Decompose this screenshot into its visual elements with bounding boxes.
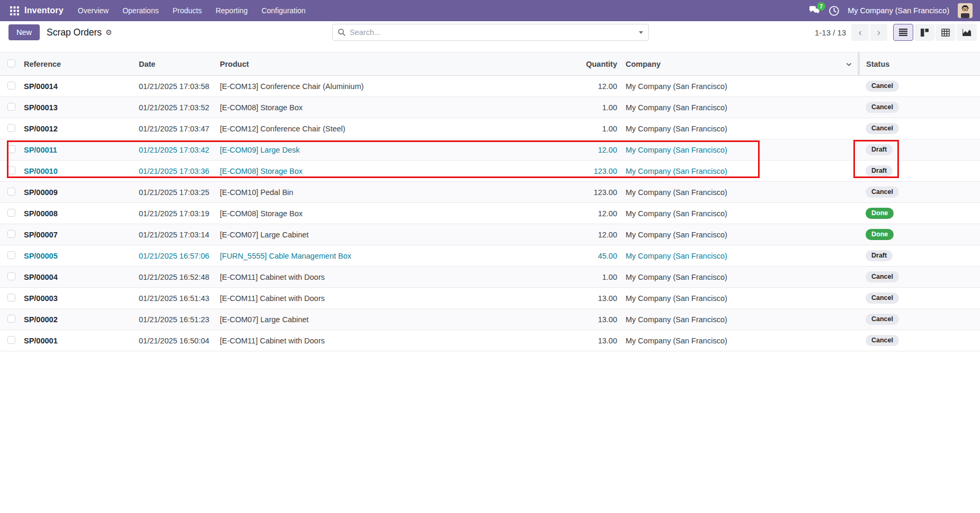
table-row[interactable]: SP/00013 01/21/2025 17:03:52 [E-COM08] S… (0, 97, 980, 118)
cell-product: [E-COM08] Storage Box (220, 103, 538, 112)
table-row[interactable]: SP/00012 01/21/2025 17:03:47 [E-COM12] C… (0, 118, 980, 139)
status-badge: Done (866, 208, 894, 219)
cell-product: [E-COM11] Cabinet with Doors (220, 294, 538, 303)
row-checkbox[interactable] (7, 251, 15, 259)
table-row[interactable]: SP/00007 01/21/2025 17:03:14 [E-COM07] L… (0, 224, 980, 245)
header-status[interactable]: Status (854, 60, 980, 68)
table-row[interactable]: SP/00014 01/21/2025 17:03:58 [E-COM13] C… (0, 76, 980, 97)
row-checkbox[interactable] (7, 272, 15, 280)
cell-product: [E-COM07] Large Cabinet (220, 315, 538, 324)
select-all-checkbox[interactable] (7, 59, 15, 67)
row-checkbox[interactable] (7, 166, 15, 174)
app-name[interactable]: Inventory (24, 6, 64, 15)
row-checkbox[interactable] (7, 209, 15, 217)
cell-reference: SP/00014 (24, 82, 139, 91)
cell-company: My Company (San Francisco) (621, 103, 854, 112)
cell-date: 01/21/2025 17:03:36 (139, 167, 220, 175)
search-bar[interactable] (332, 24, 649, 41)
row-checkbox[interactable] (7, 336, 15, 344)
table-row[interactable]: SP/00005 01/21/2025 16:57:06 [FURN_5555]… (0, 245, 980, 267)
cell-quantity: 1.00 (538, 125, 621, 133)
cell-date: 01/21/2025 16:57:06 (139, 252, 220, 260)
table-row[interactable]: SP/00011 01/21/2025 17:03:42 [E-COM09] L… (0, 139, 980, 161)
new-button[interactable]: New (8, 24, 40, 40)
cell-product: [E-COM11] Cabinet with Doors (220, 273, 538, 281)
nav-menu-overview[interactable]: Overview (71, 0, 115, 21)
cell-reference: SP/00010 (24, 167, 139, 175)
cell-company: My Company (San Francisco) (621, 146, 854, 154)
messages-button[interactable]: 7 (809, 6, 821, 15)
company-switcher[interactable]: My Company (San Francisco) (848, 6, 949, 15)
table-row[interactable]: SP/00001 01/21/2025 16:50:04 [E-COM11] C… (0, 330, 980, 351)
cell-reference: SP/00005 (24, 252, 139, 260)
cog-menu-icon[interactable]: ⚙ (105, 28, 112, 37)
table-row[interactable]: SP/00010 01/21/2025 17:03:36 [E-COM08] S… (0, 161, 980, 182)
nav-menu-products[interactable]: Products (166, 0, 209, 21)
cell-date: 01/21/2025 16:52:48 (139, 273, 220, 281)
table-row[interactable]: SP/00002 01/21/2025 16:51:23 [E-COM07] L… (0, 309, 980, 330)
cell-reference: SP/00007 (24, 231, 139, 239)
view-switcher (893, 24, 977, 41)
pager: 1-13 / 13 ‹ › (815, 24, 887, 41)
row-checkbox[interactable] (7, 82, 15, 90)
cell-date: 01/21/2025 17:03:19 (139, 209, 220, 218)
cell-company: My Company (San Francisco) (621, 337, 854, 345)
cell-quantity: 12.00 (538, 82, 621, 91)
header-product[interactable]: Product (220, 60, 538, 68)
cell-reference: SP/00002 (24, 315, 139, 324)
row-checkbox[interactable] (7, 124, 15, 132)
pivot-view-button[interactable] (936, 24, 956, 41)
search-input[interactable] (350, 28, 639, 37)
status-badge: Done (866, 229, 894, 241)
cell-company: My Company (San Francisco) (621, 231, 854, 239)
nav-menus: OverviewOperationsProductsReportingConfi… (71, 0, 313, 21)
row-checkbox[interactable] (7, 188, 15, 196)
activities-clock-icon[interactable] (829, 6, 839, 16)
header-date[interactable]: Date (139, 60, 220, 68)
cell-quantity: 1.00 (538, 273, 621, 281)
graph-view-button[interactable] (957, 24, 977, 41)
cell-reference: SP/00001 (24, 337, 139, 345)
pager-previous-button[interactable]: ‹ (851, 24, 869, 41)
cell-product: [E-COM12] Conference Chair (Steel) (220, 125, 538, 133)
cell-reference: SP/00004 (24, 273, 139, 281)
status-badge: Cancel (866, 293, 899, 304)
cell-quantity: 1.00 (538, 103, 621, 112)
nav-menu-configuration[interactable]: Configuration (255, 0, 313, 21)
status-badge: Draft (866, 165, 893, 177)
table-body: SP/00014 01/21/2025 17:03:58 [E-COM13] C… (0, 76, 980, 351)
cell-quantity: 12.00 (538, 209, 621, 218)
cell-date: 01/21/2025 17:03:58 (139, 82, 220, 91)
table-row[interactable]: SP/00008 01/21/2025 17:03:19 [E-COM08] S… (0, 203, 980, 224)
list-view-button[interactable] (893, 24, 913, 41)
cell-date: 01/21/2025 16:51:23 (139, 315, 220, 324)
chevron-down-icon[interactable] (845, 61, 852, 68)
header-reference[interactable]: Reference (24, 60, 139, 68)
row-checkbox[interactable] (7, 294, 15, 302)
apps-grid-icon[interactable] (5, 0, 23, 21)
row-checkbox[interactable] (7, 103, 15, 111)
status-badge: Cancel (866, 187, 899, 198)
table-row[interactable]: SP/00003 01/21/2025 16:51:43 [E-COM11] C… (0, 288, 980, 309)
status-badge: Cancel (866, 314, 899, 325)
kanban-view-button[interactable] (914, 24, 934, 41)
nav-menu-reporting[interactable]: Reporting (209, 0, 255, 21)
header-company[interactable]: Company (621, 60, 854, 68)
user-avatar[interactable] (958, 3, 973, 18)
list-view-icon (899, 29, 907, 36)
search-dropdown-toggle[interactable] (639, 31, 643, 34)
table-row[interactable]: SP/00009 01/21/2025 17:03:25 [E-COM10] P… (0, 182, 980, 203)
table-row[interactable]: SP/00004 01/21/2025 16:52:48 [E-COM11] C… (0, 267, 980, 288)
cell-quantity: 12.00 (538, 231, 621, 239)
pager-next-button[interactable]: › (870, 24, 887, 41)
cell-date: 01/21/2025 17:03:52 (139, 103, 220, 112)
header-quantity[interactable]: Quantity (538, 60, 621, 68)
cell-quantity: 123.00 (538, 167, 621, 175)
status-badge: Cancel (866, 102, 899, 113)
row-checkbox[interactable] (7, 145, 15, 153)
status-badge: Draft (866, 250, 893, 262)
row-checkbox[interactable] (7, 230, 15, 238)
nav-menu-operations[interactable]: Operations (115, 0, 165, 21)
page-title: Scrap Orders (47, 27, 102, 38)
row-checkbox[interactable] (7, 315, 15, 323)
